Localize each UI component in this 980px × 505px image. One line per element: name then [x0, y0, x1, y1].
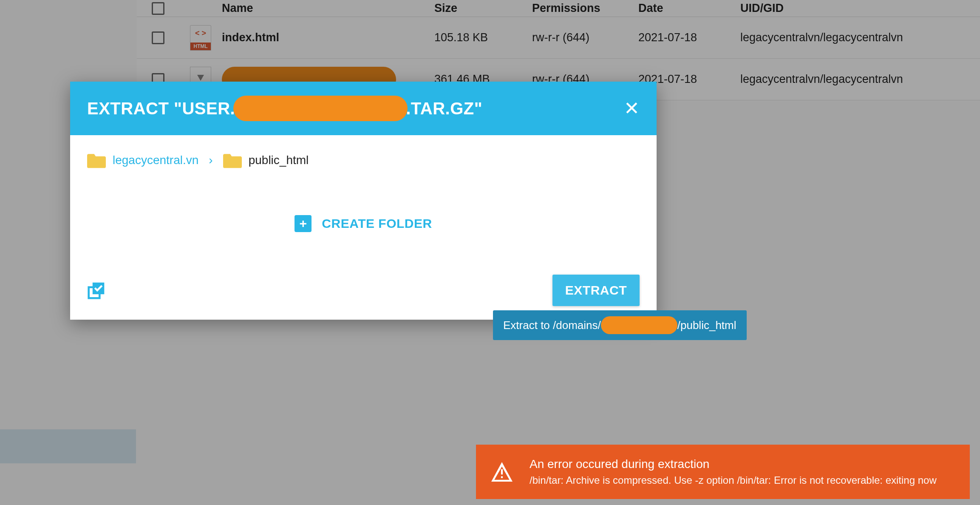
- plus-icon: +: [295, 215, 312, 232]
- folder-icon: [87, 152, 106, 168]
- svg-rect-2: [501, 469, 503, 475]
- extract-button[interactable]: EXTRACT: [552, 275, 640, 306]
- close-icon[interactable]: ✕: [624, 99, 640, 118]
- create-folder-button[interactable]: + CREATE FOLDER: [87, 215, 640, 232]
- breadcrumb-current[interactable]: public_html: [223, 152, 309, 168]
- modal-header: EXTRACT "USER. .TAR.GZ" ✕: [70, 82, 657, 135]
- modal-title-prefix: EXTRACT "USER.: [87, 99, 235, 118]
- toast-title: An error occured during extraction: [530, 457, 955, 471]
- tooltip-suffix: /public_html: [677, 319, 736, 332]
- svg-rect-3: [501, 476, 503, 478]
- select-all-icon[interactable]: [87, 281, 106, 300]
- breadcrumb-root[interactable]: legacycentral.vn: [87, 152, 198, 168]
- modal-title-suffix: .TAR.GZ": [406, 99, 482, 118]
- toast-text: An error occured during extraction /bin/…: [530, 457, 955, 486]
- breadcrumb-root-label: legacycentral.vn: [113, 153, 198, 167]
- redacted-title-segment: [233, 96, 408, 121]
- redacted-tooltip-segment: [601, 316, 677, 334]
- extract-modal: EXTRACT "USER. .TAR.GZ" ✕ legacycentral.…: [70, 82, 657, 320]
- folder-icon: [223, 152, 242, 168]
- breadcrumb: legacycentral.vn › public_html: [87, 152, 640, 168]
- chevron-right-icon: ›: [209, 153, 212, 167]
- create-folder-label: CREATE FOLDER: [322, 216, 432, 231]
- extract-tooltip: Extract to /domains/ /public_html: [493, 310, 747, 340]
- warning-icon: [491, 462, 513, 482]
- breadcrumb-current-label: public_html: [249, 153, 309, 167]
- error-toast: An error occured during extraction /bin/…: [476, 445, 970, 499]
- modal-body: legacycentral.vn › public_html + CREATE …: [70, 135, 657, 275]
- toast-message: /bin/tar: Archive is compressed. Use -z …: [530, 474, 955, 486]
- tooltip-prefix: Extract to /domains/: [503, 319, 601, 332]
- modal-title: EXTRACT "USER. .TAR.GZ": [87, 96, 482, 121]
